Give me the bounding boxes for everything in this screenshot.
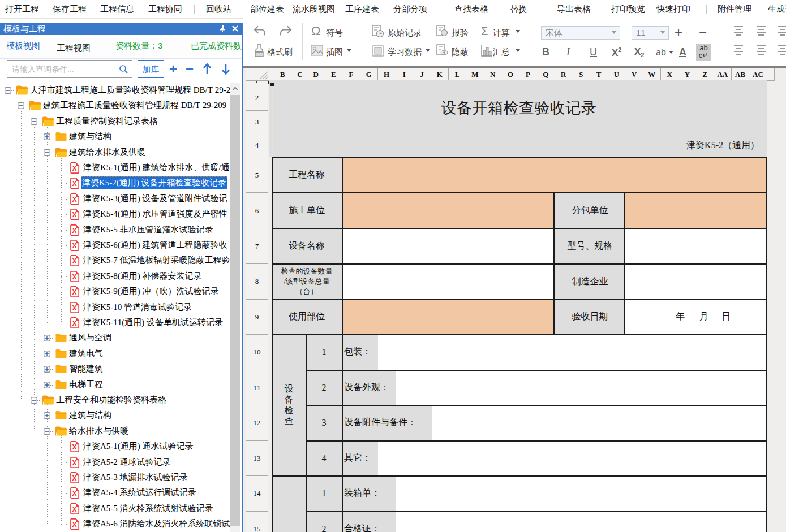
svg-text:X: X bbox=[72, 490, 77, 498]
svg-text:X: X bbox=[72, 211, 77, 219]
svg-text:X: X bbox=[72, 273, 77, 281]
svg-text:X: X bbox=[72, 165, 77, 172]
svg-text:X: X bbox=[72, 288, 77, 296]
svg-text:X: X bbox=[72, 304, 77, 312]
svg-text:X: X bbox=[72, 196, 77, 204]
svg-text:X: X bbox=[72, 180, 77, 188]
svg-text:X: X bbox=[72, 226, 77, 234]
svg-text:X: X bbox=[72, 319, 77, 327]
svg-text:X: X bbox=[72, 505, 77, 513]
svg-text:X: X bbox=[72, 443, 77, 451]
svg-text:X: X bbox=[72, 257, 77, 265]
svg-text:X: X bbox=[72, 242, 77, 250]
svg-text:X: X bbox=[72, 459, 77, 466]
svg-text:X: X bbox=[72, 474, 77, 482]
svg-text:X: X bbox=[72, 521, 77, 529]
